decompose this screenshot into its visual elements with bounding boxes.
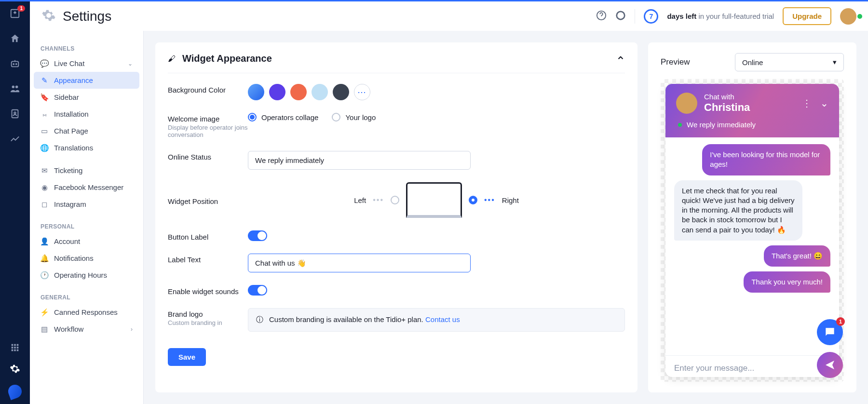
sidebar-item-hours[interactable]: 🕐Operating Hours — [30, 267, 143, 283]
collapse-icon[interactable] — [616, 54, 625, 64]
svg-point-5 — [15, 86, 18, 89]
sidebar-item-facebook[interactable]: ◉Facebook Messenger — [30, 179, 143, 196]
brand-info-box: ⓘ Custom branding is available on the Ti… — [248, 308, 625, 332]
info-icon: ⓘ — [256, 315, 263, 324]
globe-icon: 🌐 — [41, 144, 48, 152]
days-badge: 7 — [644, 9, 658, 24]
brush-icon: 🖌 — [168, 54, 176, 63]
home-icon[interactable] — [10, 33, 20, 44]
bell-icon: 🔔 — [41, 255, 48, 262]
chat-msg-user: That's great! 😄 — [764, 245, 830, 267]
pos-radio-left[interactable] — [391, 196, 399, 204]
pos-left-label: Left — [354, 196, 366, 204]
svg-rect-15 — [14, 350, 16, 351]
contact-us-link[interactable]: Contact us — [425, 315, 460, 323]
upgrade-button[interactable]: Upgrade — [783, 7, 831, 25]
refresh-icon[interactable] — [615, 10, 626, 23]
chevron-down-icon[interactable]: ⌄ — [820, 97, 828, 109]
people-icon[interactable] — [10, 83, 20, 94]
preview-select[interactable]: Online▾ — [735, 53, 844, 71]
sidebar-item-notifications[interactable]: 🔔Notifications — [30, 250, 143, 267]
caret-down-icon: ▾ — [833, 58, 837, 67]
swatch-1[interactable] — [269, 84, 285, 100]
chat-preview: Chat withChristina ⋮⌄ We reply immediate… — [661, 79, 844, 382]
bot-icon[interactable] — [10, 58, 20, 69]
chevron-down-icon: ⌄ — [128, 60, 133, 67]
user-icon: 👤 — [41, 238, 48, 245]
chat-avatar — [676, 93, 697, 114]
button-label-label: Button Label — [168, 231, 248, 241]
swatch-more[interactable]: ⋯ — [354, 84, 370, 100]
analytics-icon[interactable] — [10, 134, 20, 144]
svg-point-3 — [16, 64, 17, 65]
pos-dots-right: ••• — [484, 196, 495, 204]
svg-point-4 — [12, 86, 14, 89]
sidebar-item-translations[interactable]: 🌐Translations — [30, 139, 143, 156]
label-text-label: Label Text — [168, 254, 248, 264]
svg-rect-16 — [17, 350, 19, 351]
bg-label: Background Color — [168, 84, 248, 94]
gear-icon[interactable] — [10, 364, 20, 374]
radio-your-logo[interactable]: Your logo — [332, 113, 376, 121]
sidebar-item-installation[interactable]: ⨝Installation — [30, 106, 143, 122]
avatar[interactable] — [840, 8, 856, 25]
chat-msg-op: Let me check that for you real quick! We… — [674, 180, 802, 241]
lightning-icon: ⚡ — [41, 309, 48, 316]
help-icon[interactable] — [596, 10, 607, 23]
pos-radio-right[interactable] — [469, 196, 477, 204]
fab-chat-button[interactable]: 1 — [817, 319, 843, 345]
sidebar-item-canned[interactable]: ⚡Canned Responses — [30, 304, 143, 321]
svg-point-7 — [14, 112, 16, 114]
inbox-icon[interactable]: 1 — [10, 8, 20, 19]
swatch-2[interactable] — [290, 84, 307, 100]
nav-rail: 1 — [0, 0, 30, 404]
kebab-icon[interactable]: ⋮ — [802, 97, 812, 109]
sidebar-item-live-chat[interactable]: 💬Live Chat⌄ — [30, 55, 143, 72]
sidebar-item-instagram[interactable]: ◻Instagram — [30, 196, 143, 213]
chat-msg-user: Thank you very much! — [744, 271, 830, 293]
sounds-toggle[interactable] — [248, 285, 267, 296]
mail-icon: ✉ — [41, 167, 48, 175]
sidebar-item-chat-page[interactable]: ▭Chat Page — [30, 122, 143, 139]
swatch-0[interactable] — [248, 84, 264, 100]
svg-rect-11 — [12, 347, 14, 349]
online-status-input[interactable] — [248, 151, 471, 170]
pos-dots-left: ••• — [373, 196, 384, 204]
apps-icon[interactable] — [10, 342, 20, 353]
sidebar-item-account[interactable]: 👤Account — [30, 233, 143, 250]
chat-bubble-icon: 💬 — [41, 60, 48, 67]
contacts-icon[interactable] — [10, 108, 20, 119]
svg-rect-13 — [17, 347, 19, 349]
settings-sidebar: CHANNELS 💬Live Chat⌄ ✎Appearance 🔖Sideba… — [30, 31, 144, 404]
fab-send-button[interactable] — [817, 352, 843, 378]
sidebar-item-workflow[interactable]: ▤Workflow› — [30, 321, 143, 337]
save-button[interactable]: Save — [168, 348, 206, 366]
svg-rect-12 — [14, 347, 16, 349]
pos-right-label: Right — [502, 196, 519, 204]
bookmark-icon: 🔖 — [41, 94, 48, 101]
chat-input[interactable]: Enter your message... — [665, 355, 839, 377]
clock-icon: 🕐 — [41, 271, 48, 279]
svg-rect-1 — [12, 61, 19, 67]
button-label-toggle[interactable] — [248, 230, 267, 241]
fab-badge: 1 — [836, 317, 845, 326]
messenger-icon: ◉ — [41, 184, 48, 191]
status-dot — [678, 123, 682, 127]
svg-rect-9 — [14, 344, 16, 346]
radio-operators-collage[interactable]: Operators collage — [248, 113, 318, 121]
gear-icon — [41, 8, 56, 25]
swatch-4[interactable] — [333, 84, 349, 100]
swatch-3[interactable] — [312, 84, 328, 100]
svg-point-18 — [617, 11, 625, 19]
sidebar-item-ticketing[interactable]: ✉Ticketing — [30, 162, 143, 179]
welcome-label: Welcome image Display before operator jo… — [168, 113, 248, 138]
sidebar-item-appearance[interactable]: ✎Appearance — [34, 72, 139, 89]
online-status-label: Online Status — [168, 151, 248, 161]
sb-heading-personal: PERSONAL — [30, 220, 143, 233]
preview-panel: Preview Online▾ Chat withChristina ⋮⌄ — [648, 42, 856, 392]
workflow-icon: ▤ — [41, 325, 48, 333]
label-text-input[interactable] — [248, 254, 471, 272]
sidebar-item-sidebar[interactable]: 🔖Sidebar — [30, 89, 143, 106]
preview-title: Preview — [661, 57, 690, 67]
trial-text: days left in your full-featured trial — [667, 12, 774, 20]
